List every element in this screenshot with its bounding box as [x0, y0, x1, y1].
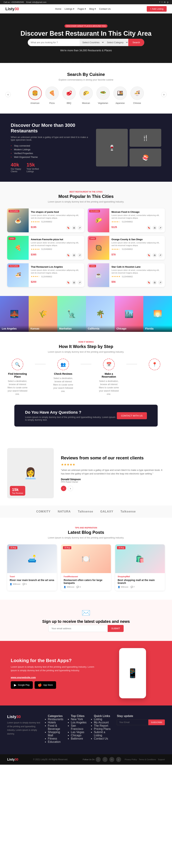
cuisine-item-vegetarian[interactable]: 🥗Vegetarian	[96, 87, 110, 104]
nav-home[interactable]: Home	[55, 7, 62, 10]
cuisine-prev-button[interactable]: ‹	[5, 92, 11, 97]
brand-logo[interactable]: Listy30	[5, 7, 19, 11]
blog-tag: TIPS AND INSPIRATION	[7, 527, 165, 529]
city-manhattan[interactable]: 🗽 Manhattan	[57, 296, 86, 332]
privacy-policy-link[interactable]: Privacy Policy	[125, 758, 137, 761]
blog-emoji-1: 🛋️	[28, 555, 37, 563]
bookmark-btn-4[interactable]: 🔖	[146, 253, 151, 257]
footer-linkedin-icon[interactable]: in	[109, 757, 114, 762]
email-link[interactable]: Email: info@gmail.com	[26, 1, 46, 3]
support-link[interactable]: Support	[158, 758, 165, 761]
bookmark-btn-1[interactable]: 🔖	[66, 225, 71, 230]
share-btn-2[interactable]: ↗	[158, 225, 163, 230]
cuisine-item-japanese[interactable]: 🍱Japanese	[113, 87, 127, 104]
footer-link-account[interactable]: My Account	[94, 721, 109, 724]
share-btn-1[interactable]: ↗	[77, 225, 82, 230]
footer-link-report[interactable]: The Report	[94, 724, 108, 727]
bookmark-btn-3[interactable]: 🔖	[66, 253, 71, 257]
blog-img-2: 🍽️ 15 Aug	[61, 545, 111, 573]
footer-city-sf[interactable]: San Francisco	[71, 724, 83, 731]
share-btn-6[interactable]: ↗	[158, 280, 163, 285]
footer-cat-food[interactable]: Food & Beverage	[48, 724, 60, 731]
compare-btn-6[interactable]: ⚖	[152, 280, 157, 285]
footer-twitter-icon[interactable]: t	[102, 757, 107, 762]
cuisine-item-mexican[interactable]: 🌮Mexican	[79, 87, 93, 104]
category-select[interactable]: Select Category	[104, 39, 128, 46]
facebook-icon[interactable]: f	[160, 1, 160, 3]
google-play-icon: ▶	[14, 683, 16, 687]
nav-pages[interactable]: Pages ▾	[77, 7, 86, 10]
footer-cat-shopping[interactable]: Shopping Mall	[48, 731, 60, 737]
footer-cat-hotels[interactable]: Hotels	[48, 721, 56, 724]
nav-blog[interactable]: Blog ▾	[89, 7, 96, 10]
share-btn-5[interactable]: ↗	[77, 280, 82, 285]
footer-cat-restaurants[interactable]: Restaurants	[48, 718, 63, 721]
footer-city-la[interactable]: Los Angeles	[71, 721, 87, 724]
compare-btn-4[interactable]: ⚖	[152, 253, 157, 257]
footer-city-ny[interactable]: New York	[71, 718, 83, 721]
footer-cat-education[interactable]: Education	[48, 740, 61, 743]
nav-listings[interactable]: Listings ▾	[65, 7, 74, 10]
footer-link-pricing[interactable]: Pricing Plans	[94, 727, 110, 731]
nav-contact[interactable]: Contact Us	[99, 7, 110, 10]
review-next-button[interactable]: ›	[68, 486, 73, 491]
share-btn-4[interactable]: ↗	[158, 253, 163, 257]
how-section: HOW IT WORKS How It Works Step by Step L…	[0, 332, 172, 405]
compare-btn-1[interactable]: ⚖	[72, 225, 76, 230]
footer-city-lv[interactable]: Las Vegas	[71, 731, 84, 734]
pinterest-icon[interactable]: p	[167, 1, 168, 3]
blog-section: TIPS AND INSPIRATION Latest Blog Posts L…	[0, 518, 172, 600]
blog-card-2[interactable]: 🍽️ 15 Aug Food/Restaurant Restaurant oft…	[61, 545, 111, 591]
restaurant-card-img-6: ☕ OPEN	[88, 263, 109, 287]
footer-link-listing[interactable]: Listing	[94, 718, 102, 721]
footer-link-contact[interactable]: Contact Us	[94, 737, 108, 740]
cuisine-next-button[interactable]: ›	[161, 92, 167, 97]
compare-btn-3[interactable]: ⚖	[72, 253, 76, 257]
footer-city-chicago[interactable]: Chicago	[71, 734, 81, 737]
footer-desc: Lorem ipsum is simply dummy text of the …	[7, 721, 42, 736]
city-kansas[interactable]: 🌾 Kansas	[29, 296, 57, 332]
app-link[interactable]: www.yourwebsite.com	[11, 676, 97, 679]
phone-link[interactable]: Call us: +33294892945	[4, 1, 24, 3]
share-btn-3[interactable]: ↗	[77, 253, 82, 257]
restaurant-card-img-1: 🍝 FEATURED	[7, 209, 29, 232]
cuisine-item-american[interactable]: 🍔American	[28, 87, 42, 104]
blog-card-1[interactable]: 🛋️ 15 Aug Travel River rear main branch …	[7, 545, 57, 591]
twitter-icon[interactable]: t	[162, 1, 162, 3]
city-florida[interactable]: 🌅 Florida	[143, 296, 172, 332]
city-chicago[interactable]: 🏙️ Chicago	[115, 296, 143, 332]
dark-section-desc: When an unknown printer took a galley of…	[11, 136, 89, 141]
compare-btn-5[interactable]: ⚖	[72, 280, 76, 285]
bookmark-btn-5[interactable]: 🔖	[66, 280, 71, 285]
footer-city-baltimore[interactable]: Baltimore	[71, 737, 83, 740]
cuisine-item-bbq[interactable]: 🥩BBQ	[62, 87, 76, 104]
how-tag: HOW IT WORKS	[7, 341, 165, 343]
cta-button[interactable]: CONTACT WITH US	[117, 412, 147, 419]
country-select[interactable]: Select Countries	[80, 39, 104, 46]
search-input[interactable]	[28, 39, 80, 46]
bookmark-btn-6[interactable]: 🔖	[146, 280, 151, 285]
city-california[interactable]: 🌴 California	[86, 296, 115, 332]
footer-link-submit[interactable]: Submit a Listing	[94, 731, 105, 737]
footer-subscribe-button[interactable]: SUBSCRIBE	[148, 719, 165, 725]
badge-3: OPEN	[9, 237, 15, 240]
terms-link[interactable]: Terms & Conditions	[139, 758, 156, 761]
compare-btn-2[interactable]: ⚖	[152, 225, 157, 230]
footer-email-input[interactable]	[117, 719, 148, 725]
linkedin-icon[interactable]: in	[164, 1, 166, 3]
search-button[interactable]: Search	[128, 39, 144, 46]
newsletter-submit-button[interactable]: SUBMIT	[108, 625, 124, 632]
city-los-angeles[interactable]: 🌉 Los Angeles	[0, 296, 29, 332]
bookmark-btn-2[interactable]: 🔖	[146, 225, 151, 230]
footer-cat-fitness[interactable]: Fitness	[48, 737, 57, 740]
app-store-button[interactable]: 🍎 App Store	[35, 681, 56, 689]
google-play-button[interactable]: ▶ Google Play	[11, 681, 33, 689]
add-listing-button[interactable]: + Add Listing	[147, 6, 167, 12]
newsletter-input[interactable]	[48, 625, 108, 632]
footer-facebook-icon[interactable]: f	[96, 757, 101, 762]
review-prev-button[interactable]: ‹	[61, 486, 66, 491]
cuisine-item-chinese[interactable]: 🍜Chinese	[131, 87, 144, 104]
blog-card-3[interactable]: 🛍️ 18 Aug Shopping/Mall Best shopping ma…	[115, 545, 165, 591]
cuisine-item-pizza[interactable]: 🍕Pizza	[45, 87, 59, 104]
footer-pinterest-icon[interactable]: p	[116, 757, 121, 762]
